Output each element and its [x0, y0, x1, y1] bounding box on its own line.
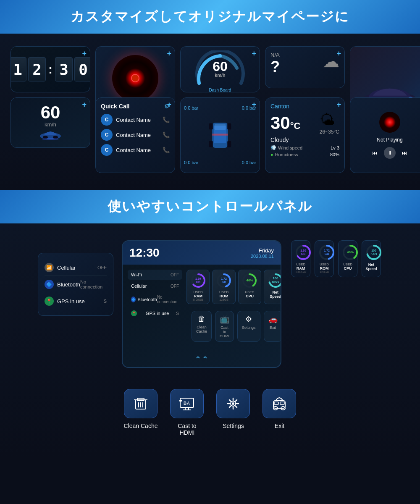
stat-large-rom-used: USED [318, 262, 330, 266]
tablet-left-col: Wi-Fi OFF Cellular OFF 🔷 Bluetooth No co… [128, 270, 182, 347]
tablet-bottom-btns: 🗑 Clean Cache 📺 Cast to HDMI ⚙ Settings [186, 307, 281, 347]
stat-net-main: Net Speed [267, 290, 281, 299]
stat-large-rom-val: 1.72GB [324, 249, 330, 255]
contact-avatar-2: C [101, 129, 113, 141]
stat-large-cpu-used: USED [342, 262, 354, 266]
call-btn-3[interactable]: 📞 [163, 147, 170, 153]
cast-icon-box: B A [170, 389, 204, 418]
settings-action[interactable]: Settings [216, 389, 250, 436]
weather-na-content: N/A ? ☁ [270, 52, 339, 76]
small-prev-btn[interactable]: ⏮ [372, 150, 378, 156]
tablet-exit-btn[interactable]: 🚗 Exit [264, 311, 281, 342]
speed-unit-gauge: km/h [213, 73, 228, 78]
stat-large-cpu: 40% USED CPU [338, 240, 357, 277]
stat-rom-sublabel: 128GB [215, 298, 232, 301]
bottom-action-buttons: Clean Cache B A Cast toHDMI [124, 389, 297, 436]
stat-rom-card: 1.72GB USED ROM 128GB [212, 270, 235, 304]
wifi-value: OFF [171, 273, 179, 277]
tablet-settings-btn[interactable]: ⚙ Settings [237, 311, 260, 342]
svg-point-51 [232, 402, 234, 405]
tab-cellular-value: OFF [171, 284, 179, 289]
svg-rect-62 [280, 402, 284, 404]
widget-plus-clock[interactable]: + [82, 49, 87, 58]
small-music-widget: + Not Playing ⏮ ⏸ ⏭ [350, 97, 420, 173]
stat-large-rom-main: ROM [318, 266, 330, 270]
tablet-right-col: 1.30GB USED RAM 8.00GB [186, 270, 281, 347]
call-btn-2[interactable]: 📞 [163, 131, 170, 138]
small-pause-btn[interactable]: ⏸ [384, 147, 396, 159]
weather-na-widget: + N/A ? ☁ [265, 46, 345, 88]
tab-gps-label: GPS in use [146, 311, 169, 316]
widget-plus-music[interactable]: + [167, 49, 171, 58]
exit-action-label: Exit [275, 423, 284, 429]
tire-widget: + 0.0 bar 0.0 bar [180, 97, 260, 173]
gps-icon: 📍 [45, 297, 54, 306]
svg-rect-15 [209, 123, 213, 130]
stat-large-net: 100Kb/s Net Speed [362, 240, 381, 277]
call-btn-1[interactable]: 📞 [163, 116, 170, 123]
tablet-day-display: Friday [251, 247, 274, 254]
humidity-label: Humidness [275, 152, 298, 157]
section1-content: + 1 2 : 3 0 + Not Playing ⏮ ▶ ⏭ + [0, 34, 420, 190]
svg-rect-61 [274, 402, 278, 404]
vinyl-record [112, 55, 158, 101]
settings-label-small: Settings [242, 326, 256, 330]
settings-icon-small: ⚙ [245, 315, 252, 324]
widget-plus-weather[interactable]: + [336, 100, 341, 109]
tablet-bluetooth-row: 🔷 Bluetooth No connection [128, 292, 182, 307]
stat-large-net-ring: 100Kb/s [365, 244, 382, 261]
exit-action[interactable]: Exit [262, 389, 296, 436]
sidebar-bluetooth-left: 🔷 Bluetooth [45, 280, 80, 289]
vinyl-center [131, 74, 139, 82]
svg-rect-44 [179, 400, 182, 402]
clock-digit-1: 1 [10, 57, 26, 81]
tablet-clean-cache-btn[interactable]: 🗑 Clean Cache [192, 311, 212, 342]
clean-cache-action[interactable]: Clean Cache [124, 389, 158, 436]
speed-widget: + 60 km/h [10, 97, 90, 148]
quickcall-header: Quick Call ⚙ [101, 103, 170, 110]
stat-large-ram: 1.30GB USED RAM 8.00GB [291, 240, 310, 277]
weather-unit: °C [290, 121, 301, 131]
weather-na-label: N/A [270, 52, 280, 58]
small-next-btn[interactable]: ⏭ [402, 150, 407, 156]
control-panel-container: 📶 Cellular OFF 🔷 Bluetooth No connection… [10, 240, 410, 368]
stat-ram-sublabel: 8.00GB [189, 298, 207, 301]
humidity-val: 80% [330, 152, 339, 157]
small-not-playing: Not Playing [377, 137, 402, 143]
tablet-cast-btn[interactable]: 📺 Cast to HDMI [215, 311, 234, 342]
cast-hdmi-action[interactable]: B A Cast toHDMI [170, 389, 204, 436]
tablet-chevron: ⌃⌃ [123, 352, 281, 367]
stat-ram-ring: 1.30GB [190, 273, 206, 289]
weather-temp-val: 30 [270, 113, 290, 133]
clean-cache-svg-icon [132, 396, 149, 411]
contact-name-3: Contact Name [116, 147, 163, 153]
widget-plus-tire[interactable]: + [252, 100, 256, 109]
stat-large-net-main: Net Speed [365, 262, 377, 271]
exit-svg-icon [271, 396, 288, 411]
section2-content: 📶 Cellular OFF 🔷 Bluetooth No connection… [0, 223, 420, 457]
widget-plus-speed2[interactable]: + [82, 100, 87, 109]
widget-plus-weather-na[interactable]: + [336, 49, 341, 58]
tab-gps-icon: 📍 [131, 310, 137, 316]
stat-cpu-main: CPU [241, 294, 258, 298]
svg-point-12 [42, 138, 59, 140]
tablet-cellular-row: Cellular OFF [128, 281, 182, 291]
tablet-wifi-row: Wi-Fi OFF [128, 270, 182, 280]
sidebar-bluetooth-row: 🔷 Bluetooth No connection [45, 276, 107, 293]
quickcall-widget: + Quick Call ⚙ C Contact Name 📞 C Contac… [95, 97, 175, 173]
tire-pressure-br: 0.0 bar [242, 160, 256, 165]
speed-number: 60 [213, 59, 228, 74]
cast-label-small: Cast to HDMI [220, 326, 229, 338]
widget-plus-quickcall[interactable]: + [167, 100, 171, 109]
car-top-view [207, 110, 233, 160]
svg-text:B: B [184, 401, 186, 406]
tablet-display: 12:30 Friday 2023.08.11 Wi-Fi OFF Cellul… [122, 240, 281, 368]
clean-cache-action-label: Clean Cache [124, 423, 158, 429]
stat-cpu-label: USED [241, 290, 258, 294]
widget-plus-speed[interactable]: + [252, 49, 256, 58]
tab-cellular-label: Cellular [131, 284, 147, 289]
weather-sun-icon: 🌤 [320, 111, 339, 129]
svg-line-59 [229, 406, 231, 407]
contact-name-2: Contact Name [116, 132, 163, 138]
contact-name-1: Contact Name [116, 117, 163, 123]
